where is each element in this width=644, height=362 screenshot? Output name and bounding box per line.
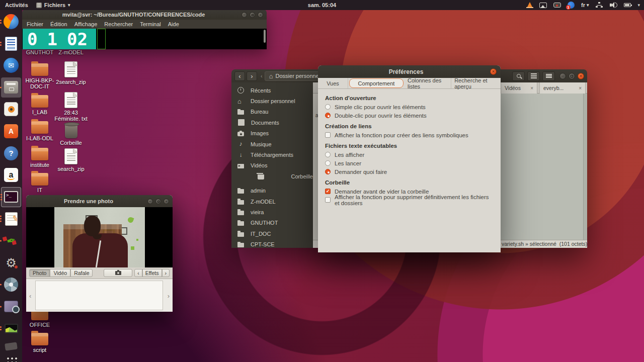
sidebar-item-recents[interactable]: Récents bbox=[231, 85, 313, 96]
mode-burst-button[interactable]: Rafale bbox=[70, 269, 93, 277]
checkbox-unchecked[interactable] bbox=[325, 197, 331, 203]
close-button[interactable]: × bbox=[164, 199, 169, 204]
sidebar-item-corbeille[interactable]: Corbeille bbox=[231, 171, 313, 182]
maximize-button[interactable] bbox=[155, 199, 161, 204]
sidebar-item-gnuthot[interactable]: GNUTHOT bbox=[231, 218, 313, 228]
launcher-variety[interactable] bbox=[1, 318, 21, 338]
show-applications-button[interactable] bbox=[1, 354, 21, 362]
radio-unchecked[interactable] bbox=[325, 152, 331, 157]
capture-photo-button[interactable] bbox=[104, 269, 132, 277]
launcher-scribus[interactable]: ✒ bbox=[1, 231, 21, 251]
battery-icon[interactable] bbox=[624, 3, 631, 7]
strip-scroll-right[interactable]: › bbox=[168, 292, 170, 299]
menu-button[interactable] bbox=[542, 71, 555, 81]
mode-video-button[interactable]: Vidéo bbox=[50, 269, 70, 277]
keyboard-layout-indicator[interactable]: fr ▾ bbox=[581, 2, 589, 8]
activities-button[interactable]: Activités bbox=[5, 2, 28, 8]
breadcrumb[interactable]: ⌂ Dossier personnel bbox=[265, 71, 325, 81]
back-button[interactable]: ‹ bbox=[234, 71, 245, 81]
vlc-tray-icon[interactable] bbox=[527, 2, 533, 8]
desktop-icon-corbeille[interactable]: Corbeille bbox=[54, 124, 88, 146]
system-menu-chevron-icon[interactable]: ▾ bbox=[637, 3, 640, 8]
effects-button[interactable]: Effets bbox=[142, 269, 162, 277]
sidebar-item-it-doc[interactable]: IT_DOC bbox=[231, 228, 313, 239]
launcher-help[interactable]: ? bbox=[1, 143, 21, 163]
effects-prev-button[interactable]: ‹ bbox=[134, 269, 142, 277]
close-button[interactable]: × bbox=[490, 68, 497, 75]
launcher-cheese[interactable] bbox=[1, 297, 21, 317]
launcher-libreoffice-writer[interactable] bbox=[1, 34, 21, 54]
tab-recherche-apercu[interactable]: Recherche et aperçu bbox=[451, 78, 501, 88]
menu-aide[interactable]: Aide bbox=[168, 21, 179, 27]
sidebar-item-telechargements[interactable]: ↓Téléchargements bbox=[231, 149, 313, 160]
option-supprimer-definitivement[interactable]: Afficher la fonction pour supprimer défi… bbox=[325, 196, 494, 204]
menu-edition[interactable]: Édition bbox=[50, 21, 67, 27]
sidebar-item-zmodel[interactable]: Z-mODEL bbox=[231, 196, 313, 207]
mode-photo-button[interactable]: Photo bbox=[29, 269, 50, 277]
history-chevron-icon[interactable]: ‹ bbox=[261, 73, 263, 79]
option-simple-clic[interactable]: Simple clic pour ouvrir les éléments bbox=[325, 103, 494, 111]
terminal-content[interactable]: 0 1 02 bbox=[22, 29, 267, 49]
minimize-button[interactable]: − bbox=[242, 12, 247, 18]
terminal-scrollbar[interactable] bbox=[264, 30, 266, 43]
launcher-notes[interactable]: ✎ bbox=[1, 209, 21, 229]
maximize-button[interactable] bbox=[569, 73, 575, 79]
launcher-system-tools[interactable]: ⚙ bbox=[1, 253, 21, 273]
effects-next-button[interactable]: › bbox=[162, 269, 170, 277]
radio-unchecked[interactable] bbox=[325, 104, 331, 110]
sidebar-item-admin[interactable]: admin bbox=[231, 186, 313, 196]
close-button[interactable]: × bbox=[578, 73, 584, 79]
sidebar-item-cpt-sce[interactable]: CPT-SCE bbox=[231, 239, 313, 249]
strip-scroll-left[interactable]: ‹ bbox=[29, 292, 31, 299]
launcher-recorder[interactable] bbox=[1, 340, 21, 352]
desktop-icon-institute[interactable]: institute bbox=[23, 148, 56, 168]
sidebar-item-home[interactable]: ⌂Dossier personnel bbox=[231, 96, 313, 106]
tab-close-icon[interactable]: × bbox=[579, 85, 582, 91]
sidebar-item-images[interactable]: Images bbox=[231, 128, 313, 139]
radio-checked[interactable] bbox=[325, 113, 331, 118]
sidebar-item-vieira[interactable]: vieira bbox=[231, 207, 313, 217]
desktop-icon-script[interactable]: script bbox=[23, 333, 56, 353]
notification-tray-icon[interactable]: 1 bbox=[568, 2, 575, 9]
recorder-tray-icon[interactable] bbox=[553, 3, 561, 8]
app-menu[interactable]: Fichiers ▾ bbox=[36, 2, 70, 8]
desktop-icon-search-zip[interactable]: search_zip bbox=[54, 148, 88, 172]
launcher-terminal[interactable]: >_ bbox=[1, 187, 21, 207]
radio-unchecked[interactable] bbox=[325, 160, 331, 166]
view-toggle-button[interactable] bbox=[527, 71, 540, 81]
menu-fichier[interactable]: Fichier bbox=[27, 21, 43, 27]
minimize-button[interactable]: − bbox=[559, 73, 566, 79]
launcher-shutter[interactable] bbox=[1, 275, 21, 295]
desktop-icon-high-bkp-doc-it[interactable]: HIGH-BKP-DOC-IT bbox=[23, 63, 56, 89]
picture-tray-icon[interactable] bbox=[539, 3, 547, 8]
option-les-afficher[interactable]: Les afficher bbox=[325, 150, 494, 159]
tab-vues[interactable]: Vues bbox=[318, 78, 348, 88]
search-button[interactable] bbox=[512, 71, 525, 81]
minimize-button[interactable]: − bbox=[147, 199, 153, 204]
menu-terminal[interactable]: Terminal bbox=[140, 21, 161, 27]
desktop-icon-2search-zip[interactable]: 2search_zip bbox=[54, 61, 88, 85]
sidebar-item-documents[interactable]: Documents bbox=[231, 117, 313, 128]
desktop-icon-it[interactable]: IT bbox=[23, 173, 56, 193]
option-les-lancer[interactable]: Les lancer bbox=[325, 159, 494, 167]
vertical-scrollbar[interactable] bbox=[583, 94, 587, 240]
launcher-rhythmbox[interactable] bbox=[1, 99, 21, 119]
checkbox-unchecked[interactable] bbox=[325, 132, 331, 138]
tab-comportement[interactable]: Comportement bbox=[349, 78, 404, 88]
tab-everyb[interactable]: everyb... × bbox=[539, 82, 586, 94]
launcher-amazon[interactable]: a bbox=[1, 165, 21, 185]
desktop-icon-i-lab[interactable]: I_LAB bbox=[23, 95, 56, 115]
desktop-icon-feministe-txt[interactable]: 28:43 Féministe. txt bbox=[54, 92, 88, 122]
network-icon[interactable] bbox=[595, 2, 603, 8]
option-double-clic[interactable]: Double-clic pour ouvrir les éléments bbox=[325, 111, 494, 120]
desktop-icon-i-lab-odl[interactable]: I-LAB-ODL bbox=[23, 121, 56, 141]
terminal-titlebar[interactable]: mvita@svr: ~/Bureau/GNUTHOT/CONFERENCES/… bbox=[22, 10, 267, 20]
volume-icon[interactable] bbox=[610, 2, 617, 8]
menu-rechercher[interactable]: Rechercher bbox=[104, 21, 133, 27]
sidebar-item-musique[interactable]: ♪Musique bbox=[231, 139, 313, 149]
launcher-thunderbird[interactable]: ✉ bbox=[1, 55, 21, 75]
tab-colonnes-des-listes[interactable]: Colonnes des listes bbox=[405, 78, 451, 88]
launcher-firefox[interactable] bbox=[1, 12, 21, 32]
close-button[interactable]: × bbox=[258, 12, 263, 18]
option-demander-quoi-faire[interactable]: Demander quoi faire bbox=[325, 167, 494, 176]
